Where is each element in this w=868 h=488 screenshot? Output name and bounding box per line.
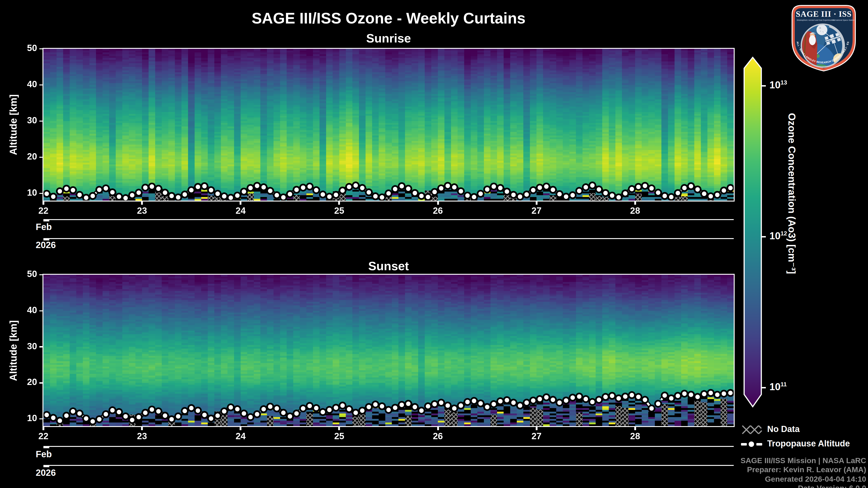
y-tick [39,48,43,50]
date-row-tick [43,220,49,221]
x-tick-label: 28 [622,431,649,442]
y-axis-label: Altitude [km] [8,320,20,381]
date-month-label: Feb [36,449,52,459]
x-tick-label: 27 [523,205,550,216]
sunset-plot-frame [42,274,735,427]
x-tick-label: 26 [424,431,452,442]
x-tick-label: 23 [128,431,156,442]
logo-subtitle-right: International Space Station [832,19,855,21]
date-row-line [43,465,734,466]
logo-subtitle-left: Stratospheric Aerosol and Gas Experiment… [797,19,835,21]
tropopause-line-icon [741,440,763,448]
y-tick-label: 40 [18,305,37,315]
date-month-label: Feb [36,222,52,232]
y-tick [39,310,43,311]
attribution-preparer: Preparer: Kevin R. Leavor (AMA) [663,466,866,475]
x-tick [141,201,143,205]
attribution-block: SAGE III/ISS Mission | NASA LaRC Prepare… [663,456,866,488]
date-row-tick [43,466,49,467]
y-tick-label: 30 [18,341,37,351]
y-tick-label: 10 [18,413,37,423]
colorbar-axis-label: Ozone Concentration (Ao3) [cm⁻³] [786,113,798,384]
y-tick [39,346,43,348]
x-tick [338,427,340,430]
date-row-line [43,238,734,239]
y-tick [39,193,43,194]
date-year-label: 2026 [36,467,56,478]
x-tick [437,427,439,430]
x-tick [240,201,242,205]
y-tick [39,418,43,420]
page-title: SAGE III/ISS Ozone - Weekly Curtains [43,9,734,27]
date-row-tick [43,447,49,448]
y-tick-label: 50 [18,43,37,53]
x-tick-label: 24 [227,431,254,442]
y-tick-label: 50 [18,269,37,279]
colorbar [741,53,772,415]
no-data-hatch-icon [741,425,762,435]
colorbar-tick-label: 1011 [770,381,786,393]
y-tick [39,157,43,158]
x-tick [535,201,537,205]
y-tick [39,274,43,275]
logo-moon [816,24,827,35]
x-tick [42,201,44,205]
x-tick [634,427,636,430]
panel-title-sunrise: Sunrise [43,32,734,46]
x-tick [437,201,439,205]
y-tick-label: 10 [18,188,37,198]
logo-title: SAGE III · ISS [796,9,851,19]
x-tick [338,201,340,205]
date-year-label: 2026 [36,240,56,250]
date-row-line [43,219,734,220]
y-tick [39,382,43,383]
x-tick [634,201,636,205]
x-tick [141,427,143,430]
x-tick-label: 25 [326,431,353,442]
x-tick-label: 22 [30,431,57,442]
y-tick-label: 30 [18,115,37,126]
x-tick-label: 23 [128,205,156,216]
y-tick-label: 20 [18,377,37,387]
y-tick [39,121,43,122]
x-tick-label: 25 [326,205,353,216]
date-row-line [43,446,734,447]
attribution-generated: Generated 2026-04-04 14:10 [663,475,866,484]
y-tick-label: 40 [18,79,37,90]
x-tick-label: 22 [30,205,57,216]
y-tick [39,85,43,86]
x-tick-label: 24 [227,205,254,216]
colorbar-tick-label: 1012 [770,230,787,242]
colorbar-gradient-arrow [744,57,761,407]
x-tick [535,427,537,430]
attribution-mission: SAGE III/ISS Mission | NASA LaRC [663,456,866,466]
colorbar-tick-label: 1013 [770,79,787,91]
dashboard: SAGE III/ISS Ozone - Weekly Curtains Sun… [0,0,868,488]
x-tick-label: 26 [424,205,452,216]
x-tick [42,427,44,430]
y-tick-label: 20 [18,151,37,162]
x-tick-label: 28 [622,205,649,216]
tropopause-label: Tropopause Altitude [767,439,850,449]
mission-logo: SAGE III · ISS Stratospheric Aerosol and… [787,2,860,74]
panel-title-sunset: Sunset [43,259,734,273]
sunrise-plot-frame [42,48,735,201]
x-tick-label: 27 [523,431,550,442]
x-tick [240,427,242,430]
y-axis-label: Altitude [km] [8,94,20,155]
logo-figure-beard [809,35,816,45]
attribution-version: Data Version: 6.0.0 [663,484,866,488]
no-data-label: No Data [767,424,800,434]
